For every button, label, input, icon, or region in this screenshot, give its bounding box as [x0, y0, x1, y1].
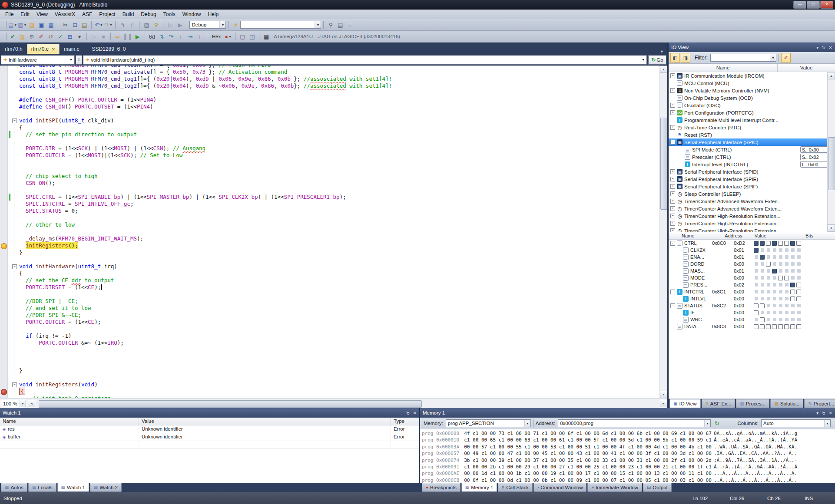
io-tree-item[interactable]: +SPI Mode (CTRL)S.. 0x00▼	[669, 146, 835, 153]
document-tab-rfm70-h[interactable]: rfm70.h	[1, 44, 27, 54]
line-gutter[interactable]	[0, 312, 8, 319]
watch-column-headers[interactable]: NameValueType	[0, 418, 419, 425]
io-tree-item[interactable]: +MCU Control (MCU)	[669, 79, 835, 87]
reset-icon[interactable]: ⊤	[195, 32, 204, 41]
line-gutter[interactable]	[0, 208, 8, 214]
scrollbar-thumb[interactable]	[660, 118, 667, 210]
panel-tab-io-view[interactable]: ▦IO View	[669, 399, 701, 408]
fold-margin[interactable]	[12, 346, 19, 353]
line-gutter[interactable]	[0, 194, 8, 201]
editor-vertical-scrollbar[interactable]: ▲ ▼	[659, 66, 667, 398]
fold-margin[interactable]	[12, 353, 19, 360]
format-icon[interactable]: ✐	[37, 32, 46, 41]
io-tree-item[interactable]: +On-Chip Debug System (OCD)	[669, 94, 835, 102]
bit-toggle[interactable]	[760, 324, 765, 329]
line-gutter[interactable]	[0, 353, 8, 360]
stop-disabled-icon[interactable]: ■	[99, 32, 108, 41]
attach-icon[interactable]: ⚲	[326, 20, 335, 29]
fold-margin[interactable]	[12, 249, 19, 256]
io-tree-item[interactable]: +▣IR Communication Module (IRCOM)	[669, 72, 835, 79]
step-out-icon[interactable]: ↑	[176, 32, 185, 41]
scroll-right-arrow[interactable]: ►	[660, 400, 667, 407]
line-gutter[interactable]	[0, 263, 8, 270]
fold-margin[interactable]: −	[12, 381, 19, 388]
address-input[interactable]: 0x000000,prog ▼	[558, 419, 711, 427]
add-item-icon[interactable]: ▥▼	[18, 20, 27, 29]
close-icon[interactable]: ✕	[829, 45, 832, 50]
close-icon[interactable]: ✕	[52, 47, 55, 52]
bit-toggle[interactable]	[772, 241, 777, 246]
register-row[interactable]: +MODE0x00	[669, 274, 835, 281]
line-gutter[interactable]	[0, 249, 8, 256]
fold-margin[interactable]	[12, 367, 19, 374]
fold-margin[interactable]	[12, 305, 19, 312]
panel-tab-solutio-[interactable]: ▧Solutio...	[770, 399, 803, 408]
fold-margin[interactable]	[12, 96, 19, 103]
overflow-chevron-icon[interactable]: ▾	[75, 32, 84, 41]
bit-toggle[interactable]	[790, 290, 795, 294]
toolbar-grip[interactable]	[4, 21, 7, 29]
scrollbar-thumb[interactable]	[39, 400, 422, 408]
close-icon[interactable]: ✕	[413, 411, 417, 415]
fold-margin[interactable]	[12, 187, 19, 194]
bit-toggle[interactable]	[796, 241, 801, 246]
watch-row[interactable]: ◈resUnknown identifierError	[0, 425, 419, 433]
dock-window-icon[interactable]: ◫	[248, 32, 256, 41]
io-tree-item[interactable]: +I/OPort Configuration (PORTCFG)	[669, 109, 835, 116]
collapse-icon[interactable]: -	[670, 303, 675, 308]
watch-column-name[interactable]: Name	[0, 418, 139, 425]
expand-all-icon[interactable]: ◧	[670, 53, 680, 63]
watch-tab-watch-2[interactable]: ▦Watch 2	[90, 483, 122, 492]
expand-icon[interactable]: +	[670, 103, 675, 108]
expand-icon[interactable]: +	[670, 228, 675, 232]
line-gutter[interactable]	[0, 235, 8, 242]
collapse-icon[interactable]: -	[670, 140, 675, 145]
watch-tab-locals[interactable]: ▦Locals	[28, 483, 56, 492]
expand-icon[interactable]: +	[670, 184, 675, 189]
register-row[interactable]: +MAS...0x01	[669, 267, 835, 274]
fold-margin[interactable]	[12, 173, 19, 180]
menu-vassistx[interactable]: VAssistX	[51, 10, 79, 19]
line-gutter[interactable]	[0, 131, 8, 138]
find-icon[interactable]: ⚲	[152, 20, 160, 29]
watch-column-value[interactable]: Value	[139, 418, 391, 425]
scroll-down-arrow[interactable]: ▼	[660, 391, 667, 398]
io-tree-item[interactable]: +≣Non Volatile Memory Controller (NVM)	[669, 87, 835, 94]
fold-margin[interactable]	[12, 138, 19, 145]
float-window-icon[interactable]: ▢	[238, 32, 247, 41]
fold-margin[interactable]	[12, 221, 19, 228]
line-gutter[interactable]	[0, 138, 8, 145]
pin-icon[interactable]: ⚲	[821, 45, 826, 50]
bit-toggle[interactable]	[796, 283, 801, 287]
navigate-forward-icon[interactable]: ↱	[128, 20, 136, 29]
pause-icon[interactable]: ❚❚	[123, 32, 133, 41]
line-gutter[interactable]	[0, 117, 8, 124]
watch-tab-watch-1[interactable]: ▦Watch 1	[57, 483, 89, 492]
io-tree-item[interactable]: +!Interrupt level (INTCTRL)I... 0x00▼	[669, 161, 835, 168]
fold-margin[interactable]	[12, 194, 19, 201]
bit-toggle[interactable]	[790, 241, 795, 246]
line-gutter[interactable]	[0, 69, 8, 76]
fold-margin[interactable]	[12, 374, 19, 381]
io-view-column-headers[interactable]: Name Value	[669, 64, 835, 72]
bit-toggle[interactable]	[784, 241, 789, 246]
line-gutter[interactable]	[0, 360, 8, 367]
line-gutter[interactable]	[0, 284, 8, 291]
fold-margin[interactable]	[12, 298, 19, 305]
output-tab-immediate-window[interactable]: »Immediate Window	[587, 483, 642, 492]
bit-toggle[interactable]	[790, 283, 795, 287]
io-tree-item[interactable]: +◷Timer/Counter High-Resolution Extensio…	[669, 227, 835, 232]
line-gutter[interactable]	[0, 333, 8, 339]
gear-icon[interactable]: ⚙	[27, 32, 36, 41]
member-dropdown[interactable]: ➜ void initHardware(uint8_t irq) ▼	[83, 55, 647, 65]
line-gutter[interactable]	[0, 82, 8, 89]
tab-list-dropdown[interactable]: ▼	[656, 49, 667, 54]
maximize-button[interactable]: ▢	[807, 1, 820, 9]
menu-build[interactable]: Build	[119, 10, 138, 19]
fold-margin[interactable]	[12, 395, 19, 398]
bit-toggle[interactable]	[790, 296, 795, 301]
fold-margin[interactable]	[12, 360, 19, 367]
line-gutter[interactable]	[0, 395, 8, 398]
fold-margin[interactable]	[12, 110, 19, 117]
io-tree-item[interactable]: +!Programmable Multi-level Interrupt Con…	[669, 116, 835, 124]
